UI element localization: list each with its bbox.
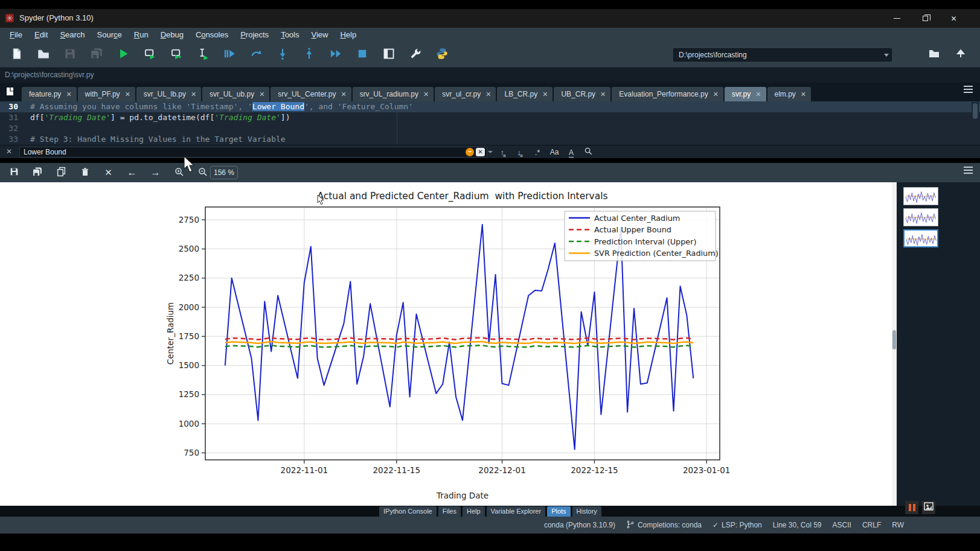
find-close-button[interactable]: ✕ <box>6 147 12 156</box>
code-editor[interactable]: 30# Assuming you have columns like 'Time… <box>0 101 980 145</box>
copy-plot-button[interactable] <box>50 165 73 180</box>
editor-tab-LB_CR.py[interactable]: LB_CR.py✕ <box>497 87 552 101</box>
tab-close-icon[interactable]: ✕ <box>66 91 71 98</box>
menu-item-consoles[interactable]: Consoles <box>190 28 234 42</box>
menu-item-tools[interactable]: Tools <box>275 28 305 42</box>
next-plot-button[interactable]: → <box>144 165 167 180</box>
menu-item-view[interactable]: View <box>305 28 334 42</box>
minimize-button[interactable] <box>883 9 911 28</box>
menu-item-debug[interactable]: Debug <box>155 28 190 42</box>
save-button[interactable] <box>57 45 83 65</box>
plots-scrollbar[interactable] <box>892 182 897 506</box>
close-all-plots-button[interactable]: ✕ <box>97 165 120 180</box>
menu-item-help[interactable]: Help <box>334 28 362 42</box>
save-all-button[interactable] <box>83 45 110 65</box>
run-cell-advance-button[interactable] <box>163 45 190 65</box>
editor-tab-UB_CR.py[interactable]: UB_CR.py✕ <box>554 87 610 101</box>
menu-item-run[interactable]: Run <box>128 28 155 42</box>
tab-close-icon[interactable]: ✕ <box>191 91 196 98</box>
pane-tab-ipython-console[interactable]: IPython Console <box>379 506 437 517</box>
highlight-matches-icon[interactable] <box>582 147 594 158</box>
editor-tab-srv_UL_Center.py[interactable]: srv_UL_Center.py✕ <box>271 87 351 101</box>
editor-tab-srv_UL_radium.py[interactable]: srv_UL_radium.py✕ <box>353 87 434 101</box>
editor-tab-elm.py[interactable]: elm.py✕ <box>767 87 812 101</box>
menu-item-edit[interactable]: Edit <box>28 28 54 42</box>
tab-close-icon[interactable]: ✕ <box>423 91 429 98</box>
parent-directory-button[interactable] <box>947 45 974 65</box>
match-case-button[interactable]: Aa <box>548 148 560 156</box>
plots-scrollbar-handle[interactable] <box>892 330 896 349</box>
find-input[interactable]: Lower Bound <box>19 147 487 158</box>
run-selection-button[interactable] <box>190 45 216 65</box>
maximize-button[interactable] <box>911 9 940 28</box>
tab-close-icon[interactable]: ✕ <box>259 91 264 98</box>
step-into-button[interactable] <box>269 45 296 65</box>
editor-tab-with_PF.py[interactable]: with_PF.py✕ <box>78 87 135 101</box>
save-all-plots-button[interactable] <box>26 165 50 180</box>
editor-tab-svr.py[interactable]: svr.py✕ <box>725 87 766 101</box>
clear-search-button[interactable]: ✕ <box>476 148 485 156</box>
pause-button[interactable] <box>905 501 918 514</box>
plot-thumbnail-3[interactable] <box>903 229 938 247</box>
screenshot-button[interactable] <box>922 501 935 514</box>
previous-plot-button[interactable]: ← <box>120 165 144 180</box>
step-return-button[interactable] <box>296 45 322 65</box>
maximize-pane-button[interactable] <box>376 45 402 65</box>
run-file-button[interactable] <box>110 45 136 65</box>
tab-label: svr_ul_cr.py <box>442 90 481 98</box>
python-path-button[interactable] <box>429 45 455 65</box>
tab-close-icon[interactable]: ✕ <box>755 91 761 98</box>
editor-tab-feature.py[interactable]: feature.py✕ <box>22 87 77 101</box>
plot-thumbnail-1[interactable] <box>903 187 938 205</box>
menu-item-search[interactable]: Search <box>54 28 91 42</box>
debug-file-button[interactable] <box>216 45 243 65</box>
step-over-button[interactable] <box>243 45 269 65</box>
plot-figure[interactable]: 750100012501500175020002250250027502022-… <box>0 182 897 506</box>
menu-item-projects[interactable]: Projects <box>234 28 275 42</box>
pane-tab-variable-explorer[interactable]: Variable Explorer <box>487 506 546 517</box>
editor-tab-svr_UL_lb.py[interactable]: svr_UL_lb.py✕ <box>136 87 201 101</box>
pane-tab-files[interactable]: Files <box>438 506 461 517</box>
window-title: Spyder (Python 3.10) <box>19 13 94 22</box>
continue-button[interactable] <box>322 45 349 65</box>
menu-item-source[interactable]: Source <box>91 28 128 42</box>
editor-tab-svr_UL_ub.py[interactable]: svr_UL_ub.py✕ <box>202 87 269 101</box>
save-all-icon <box>91 48 103 62</box>
find-previous-button[interactable]: ↑a <box>498 148 510 157</box>
remove-plot-button[interactable] <box>73 165 97 180</box>
stop-button[interactable] <box>349 45 376 65</box>
tab-close-icon[interactable]: ✕ <box>600 91 606 98</box>
tab-close-icon[interactable]: ✕ <box>542 91 548 98</box>
editor-scrollbar-handle[interactable] <box>973 103 978 119</box>
working-directory-combo[interactable]: D:\projects\forcasting <box>673 48 892 62</box>
browse-directory-button[interactable] <box>921 45 947 65</box>
plots-options-menu-button[interactable] <box>964 170 973 176</box>
pane-tab-help[interactable]: Help <box>463 506 485 517</box>
search-history-dropdown-icon[interactable] <box>488 151 493 153</box>
save-plot-button[interactable] <box>2 165 26 180</box>
find-next-button[interactable]: ↓a <box>514 148 527 157</box>
plot-thumbnail-2[interactable] <box>903 208 938 226</box>
editor-tab-svr_ul_cr.py[interactable]: svr_ul_cr.py✕ <box>435 87 496 101</box>
browse-tabs-button[interactable] <box>5 86 17 98</box>
plot-thumbnails-panel <box>897 182 980 506</box>
pane-tab-plots[interactable]: Plots <box>547 506 570 517</box>
menu-item-file[interactable]: File <box>4 28 28 42</box>
pane-tab-history[interactable]: History <box>572 506 601 517</box>
tab-close-icon[interactable]: ✕ <box>125 91 130 98</box>
tab-close-icon[interactable]: ✕ <box>341 91 346 98</box>
regex-button[interactable]: .* <box>531 148 543 157</box>
editor-scrollbar[interactable] <box>972 102 979 144</box>
tab-close-icon[interactable]: ✕ <box>801 91 806 98</box>
close-button[interactable]: ✕ <box>940 9 968 28</box>
run-cell-button[interactable] <box>136 45 163 65</box>
editor-options-menu-button[interactable] <box>964 89 973 95</box>
tab-close-icon[interactable]: ✕ <box>485 91 491 98</box>
preferences-button[interactable] <box>402 45 429 65</box>
whole-words-button[interactable]: A <box>565 148 577 157</box>
editor-tab-Evaluation_Performance.py[interactable]: Evaluation_Performance.py✕ <box>612 87 723 101</box>
tab-close-icon[interactable]: ✕ <box>713 91 719 98</box>
plot-zoom-level[interactable]: 156 % <box>210 166 238 179</box>
open-file-button[interactable] <box>30 45 57 65</box>
new-file-button[interactable] <box>4 45 30 65</box>
